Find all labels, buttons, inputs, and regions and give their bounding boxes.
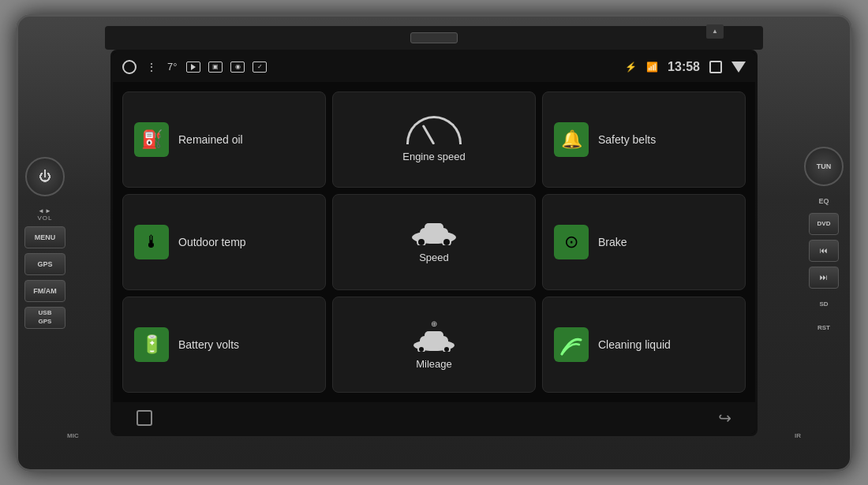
mileage-car-icon — [410, 330, 458, 352]
remained-oil-card[interactable]: ⛽ Remained oil — [122, 91, 326, 188]
sd-label: SD — [809, 293, 839, 315]
ir-label: IR — [795, 432, 801, 439]
cards-grid: ⛽ Remained oil Engine speed 🔔 Saf — [122, 91, 746, 393]
next-button[interactable]: ⏭ — [809, 267, 839, 289]
speedometer-icon — [406, 116, 462, 144]
svg-rect-2 — [425, 223, 443, 233]
speed-label: Speed — [419, 252, 449, 263]
brake-icon: ⊙ — [564, 232, 578, 252]
safety-belts-card[interactable]: 🔔 Safety belts — [542, 91, 746, 188]
mileage-icon-group: ⊕ — [410, 319, 458, 352]
eq-label: EQ — [818, 197, 829, 205]
clock-display: 13:58 — [668, 60, 700, 74]
right-controls: TUN EQ DVD ⏮ ⏭ SD RST — [804, 147, 844, 339]
svg-line-10 — [562, 349, 564, 354]
engine-speed-label: Engine speed — [402, 151, 466, 162]
svg-point-3 — [417, 238, 425, 245]
photo-icon: ▣ — [208, 62, 223, 73]
main-content: ⛽ Remained oil Engine speed 🔔 Saf — [113, 82, 755, 402]
fmam-button[interactable]: FM/AM — [24, 280, 65, 302]
eject-button[interactable]: ▲ — [706, 24, 724, 39]
battery-volts-label: Battery volts — [178, 338, 239, 351]
svg-point-8 — [418, 346, 425, 352]
usb-gps-button[interactable]: USBGPS — [24, 307, 65, 329]
head-unit: ▲ ⏻ ◄► VOL MENU GPS FM/AM USBGPS TUN EQ … — [16, 14, 852, 472]
prev-button[interactable]: ⏮ — [809, 240, 839, 262]
left-controls: ⏻ ◄► VOL MENU GPS FM/AM USBGPS — [24, 157, 65, 329]
remained-oil-label: Remained oil — [178, 133, 243, 146]
mic-label: MIC — [67, 432, 79, 439]
status-bar: ⋮ 7° ▣ ◉ ✓ ⚡ 📶 13:58 — [113, 52, 755, 82]
power-button[interactable]: ⏻ — [25, 157, 65, 196]
svg-point-9 — [443, 346, 450, 352]
bluetooth-icon: ⚡ — [625, 62, 637, 73]
menu-button[interactable]: MENU — [24, 226, 65, 248]
media-icons: ▣ ◉ ✓ — [186, 62, 267, 73]
play-arrow — [191, 64, 196, 70]
car-speed-icon — [409, 220, 459, 245]
mileage-card[interactable]: ⊕ Mileage — [332, 297, 536, 393]
tun-button[interactable]: TUN — [804, 147, 844, 186]
battery-volts-card[interactable]: 🔋 Battery volts — [122, 297, 326, 393]
sd-rst-group: SD RST — [809, 293, 839, 339]
camera-icon: ◉ — [230, 62, 245, 73]
fuel-pump-icon: ⛽ — [141, 129, 163, 150]
engine-speed-card[interactable]: Engine speed — [332, 91, 536, 188]
outdoor-temp-icon-bg: 🌡 — [134, 225, 169, 259]
settings-icon: ✓ — [253, 62, 267, 73]
gps-button[interactable]: GPS — [24, 253, 65, 275]
bottom-bar: ↩ — [113, 402, 755, 434]
cleaning-liquid-icon-bg — [554, 327, 589, 362]
brake-label: Brake — [598, 236, 627, 248]
battery-icon-bg: 🔋 — [134, 327, 169, 362]
temperature-display: 7° — [167, 61, 177, 73]
dvd-button[interactable]: DVD — [809, 213, 839, 235]
video-icon — [186, 62, 200, 73]
svg-rect-7 — [425, 331, 443, 341]
brake-icon-bg: ⊙ — [554, 225, 589, 259]
speed-card[interactable]: Speed — [332, 194, 536, 290]
screen: ⋮ 7° ▣ ◉ ✓ ⚡ 📶 13:58 — [110, 50, 758, 436]
thermometer-icon: 🌡 — [143, 232, 160, 252]
mileage-label: Mileage — [416, 358, 452, 370]
back-nav-icon[interactable] — [731, 62, 746, 73]
battery-icon: 🔋 — [141, 334, 163, 355]
home-button[interactable] — [137, 410, 152, 426]
safety-belts-label: Safety belts — [598, 133, 656, 146]
cleaning-liquid-label: Cleaning liquid — [598, 338, 671, 351]
outdoor-temp-card[interactable]: 🌡 Outdoor temp — [122, 194, 326, 290]
cd-slot-indicator — [410, 32, 458, 43]
seatbelt-icon: 🔔 — [561, 129, 582, 150]
more-icon: ⋮ — [146, 61, 158, 73]
remained-oil-icon-bg: ⛽ — [134, 122, 169, 157]
outdoor-temp-label: Outdoor temp — [178, 236, 246, 248]
safety-belts-icon-bg: 🔔 — [554, 122, 589, 157]
top-strip — [105, 26, 763, 50]
svg-point-4 — [443, 238, 451, 245]
wiper-icon — [559, 332, 584, 357]
window-icon — [709, 61, 722, 73]
back-button[interactable]: ↩ — [718, 409, 731, 427]
cleaning-liquid-card[interactable]: Cleaning liquid — [542, 297, 746, 393]
wifi-icon: 📶 — [646, 62, 658, 73]
rst-label: RST — [809, 317, 839, 339]
vol-label: ◄► VOL — [37, 207, 52, 222]
home-circle-icon — [122, 60, 137, 74]
brake-card[interactable]: ⊙ Brake — [542, 194, 746, 290]
